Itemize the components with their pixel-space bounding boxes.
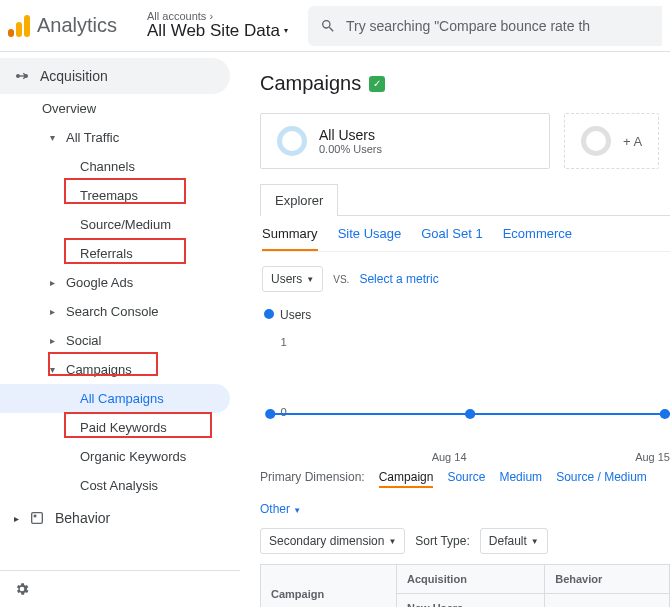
caret-right-icon: ▸ [50,277,55,288]
nav-google-ads[interactable]: ▸Google Ads [0,268,240,297]
chart-legend: Users [260,306,670,324]
pd-label: Primary Dimension: [260,470,365,488]
segment-ring-icon [581,126,611,156]
segment-row: All Users 0.00% Users + A [260,113,670,169]
svg-rect-2 [19,75,24,76]
segment-ring-icon [277,126,307,156]
subtab-summary[interactable]: Summary [262,226,318,251]
pd-campaign[interactable]: Campaign [379,470,434,488]
nav-organic-keywords[interactable]: Organic Keywords [0,442,240,471]
th-campaign[interactable]: Campaign [261,565,397,608]
caret-right-icon: ▸ [50,335,55,346]
nav-referrals[interactable]: Referrals [0,239,240,268]
nav-all-traffic[interactable]: ▾All Traffic [0,123,240,152]
subtab-row: Summary Site Usage Goal Set 1 Ecommerce [260,216,670,252]
subtab-goal-set-1[interactable]: Goal Set 1 [421,226,482,241]
sidebar: Acquisition Overview ▾All Traffic Channe… [0,52,240,607]
metric-picker-button[interactable]: Users ▼ [262,266,323,292]
svg-rect-3 [32,513,43,524]
sort-type-button[interactable]: Default ▼ [480,528,548,554]
nav-paid-keywords[interactable]: Paid Keywords [0,413,240,442]
caret-right-icon: ▸ [14,513,19,524]
th-acquisition: Acquisition [396,565,544,594]
pd-source-medium[interactable]: Source / Medium [556,470,647,488]
segment-name: All Users [319,127,382,143]
tab-explorer[interactable]: Explorer [260,184,338,216]
main-content: Campaigns ✓ All Users 0.00% Users + A Ex… [240,52,670,607]
x-axis-labels: . Aug 14 Aug 15 [260,447,670,463]
nav-social[interactable]: ▸Social [0,326,240,355]
nav-acquisition[interactable]: Acquisition [0,58,230,94]
svg-point-9 [465,409,475,419]
caret-down-icon: ▼ [306,275,314,284]
caret-down-icon: ▾ [284,27,288,36]
search-box[interactable]: Try searching "Compare bounce rate th [308,6,662,46]
select-metric-link[interactable]: Select a metric [359,272,438,286]
nav-all-campaigns[interactable]: All Campaigns [0,384,230,413]
vs-label: VS. [333,274,349,285]
app-header: Analytics All accounts › All Web Site Da… [0,0,670,52]
nav-channels[interactable]: Channels [0,152,240,181]
subtab-site-usage[interactable]: Site Usage [338,226,402,241]
svg-point-8 [265,409,275,419]
caret-down-icon: ▾ [50,364,55,375]
data-table: Campaign Acquisition Behavior New Users [260,564,670,607]
nav-source-medium[interactable]: Source/Medium [0,210,240,239]
metric-row: Users ▼ VS. Select a metric [260,252,670,306]
users-line-chart: 1 0 [260,324,670,444]
primary-dimension-row: Primary Dimension: Campaign Source Mediu… [260,466,670,520]
table-controls: Secondary dimension ▼ Sort Type: Default… [260,520,670,562]
page-title: Campaigns [260,72,361,95]
secondary-dimension-button[interactable]: Secondary dimension ▼ [260,528,405,554]
th-behavior: Behavior [545,565,670,594]
pd-other[interactable]: Other ▼ [260,502,301,516]
nav-overview[interactable]: Overview [0,94,240,123]
segment-sub: 0.00% Users [319,143,382,155]
svg-text:0: 0 [281,406,287,418]
gear-icon[interactable] [14,581,30,597]
nav-search-console[interactable]: ▸Search Console [0,297,240,326]
svg-text:1: 1 [281,336,287,348]
nav-treemaps[interactable]: Treemaps [0,181,240,210]
report-tabs: Explorer [260,183,670,216]
segment-add[interactable]: + A [564,113,659,169]
analytics-logo: Analytics [8,14,117,37]
search-placeholder: Try searching "Compare bounce rate th [346,18,590,34]
page-title-row: Campaigns ✓ [260,72,670,95]
behavior-icon [29,510,45,526]
caret-down-icon: ▼ [531,537,539,546]
product-name: Analytics [37,14,117,37]
subtab-ecommerce[interactable]: Ecommerce [503,226,572,241]
th-new-users[interactable]: New Users [396,594,544,608]
verified-shield-icon: ✓ [369,76,385,92]
nav-behavior[interactable]: ▸ Behavior [0,500,230,536]
svg-rect-4 [34,515,37,518]
caret-right-icon: ▸ [50,306,55,317]
table-header-row: Campaign Acquisition Behavior [261,565,670,594]
acquisition-icon [14,68,30,84]
chart-area: Users 1 0 . Aug 14 Aug 15 [260,306,670,466]
legend-dot-icon [264,309,274,319]
account-picker[interactable]: All accounts › All Web Site Data ▾ [147,10,288,41]
svg-point-10 [660,409,670,419]
sidebar-footer [0,570,240,607]
search-icon [320,18,336,34]
pd-source[interactable]: Source [447,470,485,488]
nav-cost-analysis[interactable]: Cost Analysis [0,471,240,500]
sort-type-label: Sort Type: [415,534,469,548]
caret-down-icon: ▾ [50,132,55,143]
caret-down-icon: ▼ [388,537,396,546]
analytics-logo-icon [8,15,30,37]
crumb-main: All Web Site Data ▾ [147,22,288,41]
nav-campaigns[interactable]: ▾Campaigns [0,355,240,384]
segment-all-users[interactable]: All Users 0.00% Users [260,113,550,169]
pd-medium[interactable]: Medium [499,470,542,488]
